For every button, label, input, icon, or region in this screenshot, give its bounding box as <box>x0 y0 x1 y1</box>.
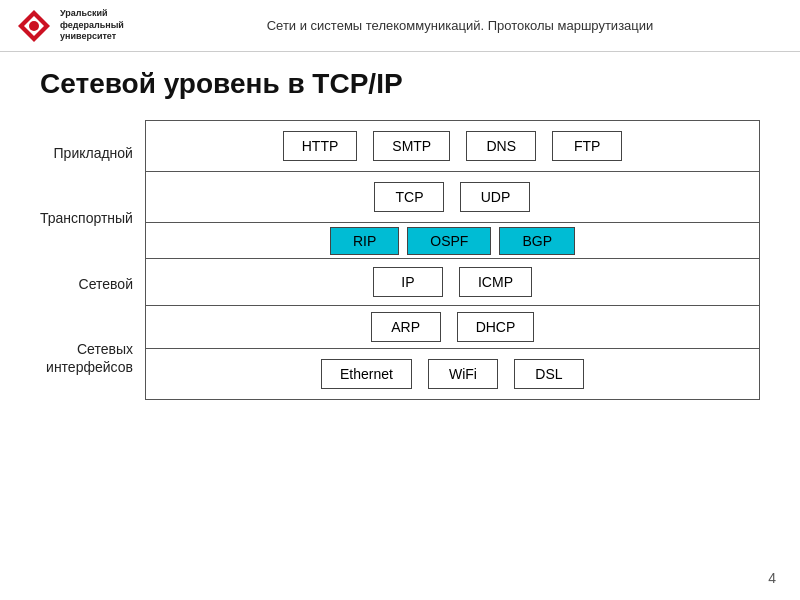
routing-row: RIP OSPF BGP <box>146 223 759 259</box>
routing-banner: RIP OSPF BGP <box>146 227 759 255</box>
logo-area: Уральский федеральный университет <box>16 8 136 44</box>
ethernet-box: Ethernet <box>321 359 412 389</box>
wifi-box: WiFi <box>428 359 498 389</box>
arp-row: ARP DHCP <box>146 305 759 348</box>
dsl-box: DSL <box>514 359 584 389</box>
ip-box: IP <box>373 267 443 297</box>
applied-row: HTTP SMTP DNS FTP <box>146 121 759 172</box>
interface-row: Ethernet WiFi DSL <box>146 349 759 399</box>
layer-transport: Транспортный <box>40 209 133 227</box>
main-content: Сетевой уровень в TCP/IP Прикладной Тран… <box>0 52 800 400</box>
logo-text: Уральский федеральный университет <box>60 8 124 43</box>
transport-row: TCP UDP <box>146 172 759 223</box>
dhcp-box: DHCP <box>457 312 535 342</box>
layer-labels: Прикладной Транспортный Сетевой Сетевых … <box>40 120 145 400</box>
layer-network: Сетевой <box>40 275 133 293</box>
ftp-box: FTP <box>552 131 622 161</box>
page-number: 4 <box>768 570 776 586</box>
university-logo-icon <box>16 8 52 44</box>
rip-box: RIP <box>330 227 399 255</box>
header-title: Сети и системы телекоммуникаций. Протоко… <box>136 18 784 33</box>
diagram-box: HTTP SMTP DNS FTP TCP UDP RIP OSPF BGP <box>145 120 760 400</box>
dns-box: DNS <box>466 131 536 161</box>
page-title: Сетевой уровень в TCP/IP <box>40 68 760 100</box>
smtp-box: SMTP <box>373 131 450 161</box>
ip-row: IP ICMP <box>146 259 759 305</box>
bgp-box: BGP <box>499 227 575 255</box>
diagram-area: Прикладной Транспортный Сетевой Сетевых … <box>40 120 760 400</box>
svg-point-2 <box>29 21 39 31</box>
layer-applied: Прикладной <box>40 144 133 162</box>
icmp-box: ICMP <box>459 267 532 297</box>
http-box: HTTP <box>283 131 358 161</box>
header: Уральский федеральный университет Сети и… <box>0 0 800 52</box>
arp-box: ARP <box>371 312 441 342</box>
network-rows: IP ICMP ARP DHCP <box>146 259 759 349</box>
layer-interface: Сетевых интерфейсов <box>40 340 133 376</box>
tcp-box: TCP <box>374 182 444 212</box>
ospf-box: OSPF <box>407 227 491 255</box>
udp-box: UDP <box>460 182 530 212</box>
